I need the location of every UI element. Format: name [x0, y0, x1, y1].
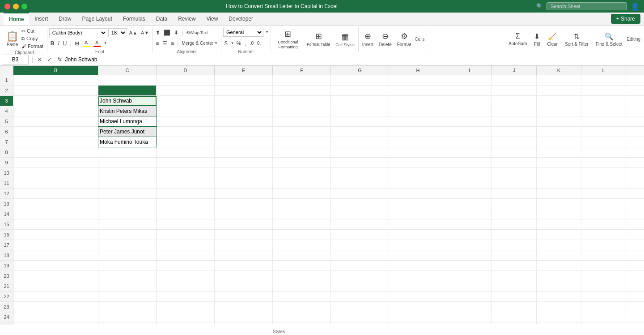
list-item[interactable]: [273, 230, 331, 240]
list-item[interactable]: [215, 96, 273, 106]
list-item[interactable]: [215, 178, 273, 188]
list-item[interactable]: [492, 168, 537, 178]
list-item[interactable]: [13, 271, 98, 281]
tab-developer[interactable]: Developer: [223, 13, 258, 25]
list-item[interactable]: [273, 127, 331, 137]
list-item[interactable]: [537, 147, 581, 157]
list-item[interactable]: [331, 116, 389, 126]
list-item[interactable]: [447, 86, 492, 95]
list-item[interactable]: [447, 240, 492, 250]
list-item[interactable]: [157, 230, 215, 240]
formula-input[interactable]: [65, 56, 643, 63]
row-number[interactable]: 11: [0, 178, 13, 188]
list-item[interactable]: [626, 75, 644, 85]
list-item[interactable]: [157, 137, 215, 147]
col-header-j[interactable]: J: [492, 66, 537, 75]
list-item[interactable]: [157, 86, 215, 95]
list-item[interactable]: [157, 168, 215, 178]
list-item[interactable]: [157, 106, 215, 116]
list-item[interactable]: [492, 178, 537, 188]
list-item[interactable]: [447, 127, 492, 137]
list-item[interactable]: [626, 209, 644, 219]
list-item[interactable]: [215, 322, 273, 325]
list-item[interactable]: [581, 127, 626, 137]
list-item[interactable]: [331, 322, 389, 325]
list-item[interactable]: [389, 147, 447, 157]
list-item[interactable]: [626, 230, 644, 240]
list-item[interactable]: [13, 168, 98, 178]
row-number[interactable]: 2: [0, 86, 13, 95]
list-item[interactable]: [389, 250, 447, 260]
list-item[interactable]: [581, 147, 626, 157]
list-item[interactable]: [215, 189, 273, 198]
list-item[interactable]: [626, 86, 644, 95]
list-item[interactable]: [389, 75, 447, 85]
list-item[interactable]: [626, 127, 644, 137]
list-item[interactable]: [492, 240, 537, 250]
list-item[interactable]: [157, 312, 215, 322]
list-item[interactable]: [389, 158, 447, 168]
list-item[interactable]: [389, 96, 447, 106]
list-item[interactable]: [157, 302, 215, 312]
list-item[interactable]: [447, 209, 492, 219]
list-item[interactable]: [215, 240, 273, 250]
list-item[interactable]: [537, 189, 581, 198]
list-item[interactable]: [626, 106, 644, 116]
row-number[interactable]: 13: [0, 199, 13, 209]
list-item[interactable]: [626, 178, 644, 188]
list-item[interactable]: Peter James Junot: [98, 127, 157, 137]
list-item[interactable]: [447, 158, 492, 168]
list-item[interactable]: [581, 250, 626, 260]
list-item[interactable]: [389, 116, 447, 126]
row-number[interactable]: 3: [0, 96, 13, 106]
list-item[interactable]: [273, 240, 331, 250]
row-number[interactable]: 15: [0, 219, 13, 229]
row-number[interactable]: 8: [0, 147, 13, 157]
list-item[interactable]: [13, 240, 98, 250]
list-item[interactable]: [581, 178, 626, 188]
list-item[interactable]: [331, 96, 389, 106]
list-item[interactable]: [331, 209, 389, 219]
list-item[interactable]: Kristin Peters Mikas: [98, 106, 157, 116]
list-item[interactable]: [331, 230, 389, 240]
list-item[interactable]: [98, 199, 157, 209]
list-item[interactable]: [13, 147, 98, 157]
list-item[interactable]: [13, 137, 98, 147]
list-item[interactable]: [331, 75, 389, 85]
list-item[interactable]: [537, 137, 581, 147]
comma-button[interactable]: ,: [243, 39, 247, 48]
list-item[interactable]: [626, 219, 644, 229]
increase-decimal-button[interactable]: .0: [249, 39, 255, 48]
list-item[interactable]: [581, 281, 626, 291]
list-item[interactable]: [157, 96, 215, 106]
list-item[interactable]: [447, 219, 492, 229]
list-item[interactable]: [626, 116, 644, 126]
list-item[interactable]: [215, 209, 273, 219]
bold-button[interactable]: B: [49, 39, 56, 48]
list-item[interactable]: [331, 292, 389, 301]
list-item[interactable]: [331, 261, 389, 271]
list-item[interactable]: [389, 199, 447, 209]
tab-draw[interactable]: Draw: [53, 13, 76, 25]
list-item[interactable]: [581, 261, 626, 271]
list-item[interactable]: [215, 230, 273, 240]
list-item[interactable]: [98, 302, 157, 312]
italic-button[interactable]: I: [57, 39, 61, 48]
row-number[interactable]: 17: [0, 240, 13, 250]
list-item[interactable]: [157, 322, 215, 325]
list-item[interactable]: [215, 292, 273, 301]
list-item[interactable]: [157, 209, 215, 219]
row-number[interactable]: 20: [0, 271, 13, 281]
list-item[interactable]: [537, 106, 581, 116]
conditional-formatting-button[interactable]: ⊞ Conditional Formatting: [273, 28, 303, 51]
list-item[interactable]: [389, 261, 447, 271]
tab-formulas[interactable]: Formulas: [118, 13, 151, 25]
align-top-button[interactable]: ⬆: [154, 28, 161, 38]
list-item[interactable]: [98, 168, 157, 178]
list-item[interactable]: [13, 127, 98, 137]
list-item[interactable]: [331, 86, 389, 95]
wrap-text-button[interactable]: ⟲ Wrap Text: [185, 28, 209, 38]
cut-button[interactable]: ✂ Cut: [21, 28, 44, 34]
list-item[interactable]: [581, 271, 626, 281]
tab-review[interactable]: Review: [173, 13, 201, 25]
